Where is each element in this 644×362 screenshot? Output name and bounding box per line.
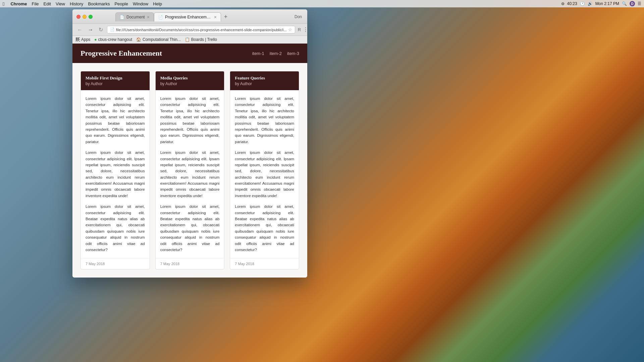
battery-time: 40:23 [567,1,577,6]
svg-rect-5 [76,41,76,42]
tab-document[interactable]: 📄 Document × [115,12,154,21]
menubar-left:  Chrome File Edit View History Bookmark… [3,1,162,7]
svg-rect-6 [77,41,78,42]
new-tab-button[interactable]: + [221,12,230,21]
tabs-bar: 📄 Document × 📄 Progressive Enhancement -… [115,12,230,21]
trello-icon: 📋 [185,37,190,42]
tab-2-close[interactable]: × [214,15,217,19]
back-button[interactable]: ← [76,26,84,34]
card-1-para-2: Lorem ipsum dolor sit amet, consectetur … [86,149,145,199]
wifi-icon: ⊜ [561,1,565,6]
svg-rect-3 [77,39,79,41]
menu-edit[interactable]: Edit [44,1,51,6]
forward-button[interactable]: → [87,26,95,34]
card-3-author: by Author [235,81,294,86]
bookmark-apps[interactable]: Apps [76,37,90,42]
bookmark-star-icon[interactable]: ☆ [288,27,292,32]
close-button[interactable] [76,15,80,19]
card-2-title: Media Queries [160,75,220,81]
apple-menu[interactable]:  [3,1,4,7]
search-icon[interactable]: 🔍 [622,1,627,6]
menu-history[interactable]: History [70,1,83,6]
card-2-para-1: Lorem ipsum dolor sit amet, consectetur … [160,96,220,145]
site-nav: item-1 item-2 item-3 [252,51,299,56]
bookmark-trello[interactable]: 📋 Boards | Trello [185,37,217,42]
cards-grid: Mobile First Design by Author Lorem ipsu… [80,71,299,269]
card-mobile-first: Mobile First Design by Author Lorem ipsu… [80,71,150,269]
menu-window[interactable]: Window [133,1,148,6]
extension-icon[interactable]: R [298,27,301,32]
card-1-footer: 7 May 2018 [81,258,150,269]
bookmark-apps-label: Apps [81,37,90,42]
svg-rect-7 [79,39,80,40]
tab-1-close[interactable]: × [147,15,150,19]
svg-rect-1 [77,38,79,39]
card-3-para-2: Lorem ipsum dolor sit amet, consectetur … [235,149,294,199]
tab-2-title: Progressive Enhancement - C... [165,15,212,19]
card-2-para-3: Lorem ipsum dolor sit amet, consectetur … [160,203,220,253]
address-bar[interactable]: 📄 file:///Users/donhamiltoniii/Documents… [107,26,295,34]
bookmarks-bar: Apps ● cbus-crew hangout 🏠 Computational… [72,36,307,44]
card-3-body: Lorem ipsum dolor sit amet, consectetur … [230,90,299,258]
user-avatar[interactable]: D [630,1,635,6]
card-3-para-1: Lorem ipsum dolor sit amet, consectetur … [235,96,294,145]
toolbar-right: R ⋮ [298,26,307,33]
menubar:  Chrome File Edit View History Bookmark… [0,0,644,7]
menu-help[interactable]: Help [153,1,162,6]
svg-rect-8 [79,41,80,42]
window-controls [76,15,93,19]
card-2-header: Media Queries by Author [156,71,224,90]
cbus-icon: ● [94,37,97,42]
apps-grid-icon [76,38,80,42]
volume-icon: 🔊 [588,1,593,6]
svg-rect-0 [76,38,77,39]
tab-progressive-enhancement[interactable]: 📄 Progressive Enhancement - C... × [154,12,221,21]
menubar-right: ⊜ 40:23 🕐 🔊 Mon 2:17 PM 🔍 D ☰ [561,1,641,6]
card-3-para-3: Lorem ipsum dolor sit amet, consectetur … [235,203,294,253]
menu-view[interactable]: View [56,1,65,6]
bookmark-trello-label: Boards | Trello [191,37,217,42]
site-main: Mobile First Design by Author Lorem ipsu… [72,63,307,278]
card-media-queries: Media Queries by Author Lorem ipsum dolo… [155,71,225,269]
card-1-para-3: Lorem ipsum dolor sit amet, consectetur … [86,203,145,253]
computational-icon: 🏠 [136,37,141,42]
address-text: file:///Users/donhamiltoniii/Documents/w… [116,28,287,32]
bookmark-cbus-label: cbus-crew hangout [98,37,132,42]
svg-rect-2 [76,39,77,41]
card-1-para-1: Lorem ipsum dolor sit amet, consectetur … [86,96,145,145]
card-1-body: Lorem ipsum dolor sit amet, consectetur … [81,90,150,258]
bookmark-cbus[interactable]: ● cbus-crew hangout [94,37,132,42]
bookmark-computational-label: Computational Thin... [143,37,181,42]
browser-window: 📄 Document × 📄 Progressive Enhancement -… [72,9,307,278]
card-3-footer: 7 May 2018 [230,258,299,269]
notification-icon[interactable]: ☰ [638,1,641,6]
card-1-title: Mobile First Design [86,75,145,81]
card-2-body: Lorem ipsum dolor sit amet, consectetur … [156,90,224,258]
nav-item-2[interactable]: item-2 [270,51,282,56]
site-title: Progressive Enhancement [80,49,162,58]
card-feature-queries: Feature Queries by Author Lorem ipsum do… [230,71,299,269]
card-2-para-2: Lorem ipsum dolor sit amet, consectetur … [160,149,220,199]
navigation-toolbar: ← → ↻ 📄 file:///Users/donhamiltoniii/Doc… [72,24,307,36]
card-3-header: Feature Queries by Author [230,71,299,90]
card-3-title: Feature Queries [235,75,294,81]
minimize-button[interactable] [83,15,87,19]
bookmark-computational[interactable]: 🏠 Computational Thin... [136,37,181,42]
nav-item-3[interactable]: item-3 [287,51,299,56]
card-2-footer: 7 May 2018 [156,258,224,269]
tab-1-icon: 📄 [120,15,124,19]
menu-chrome[interactable]: Chrome [10,1,27,6]
file-icon: 📄 [110,27,115,32]
reload-button[interactable]: ↻ [97,26,104,34]
menu-bookmarks[interactable]: Bookmarks [88,1,110,6]
menu-people[interactable]: People [114,1,128,6]
menu-file[interactable]: File [32,1,39,6]
nav-item-1[interactable]: item-1 [252,51,264,56]
title-bar: 📄 Document × 📄 Progressive Enhancement -… [72,9,307,24]
more-options-icon[interactable]: ⋮ [303,26,307,33]
title-bar-top: 📄 Document × 📄 Progressive Enhancement -… [76,12,303,21]
page-content: Progressive Enhancement item-1 item-2 it… [72,44,307,278]
user-name-label: Don [294,14,303,19]
maximize-button[interactable] [89,15,93,19]
card-2-author: by Author [160,81,220,86]
